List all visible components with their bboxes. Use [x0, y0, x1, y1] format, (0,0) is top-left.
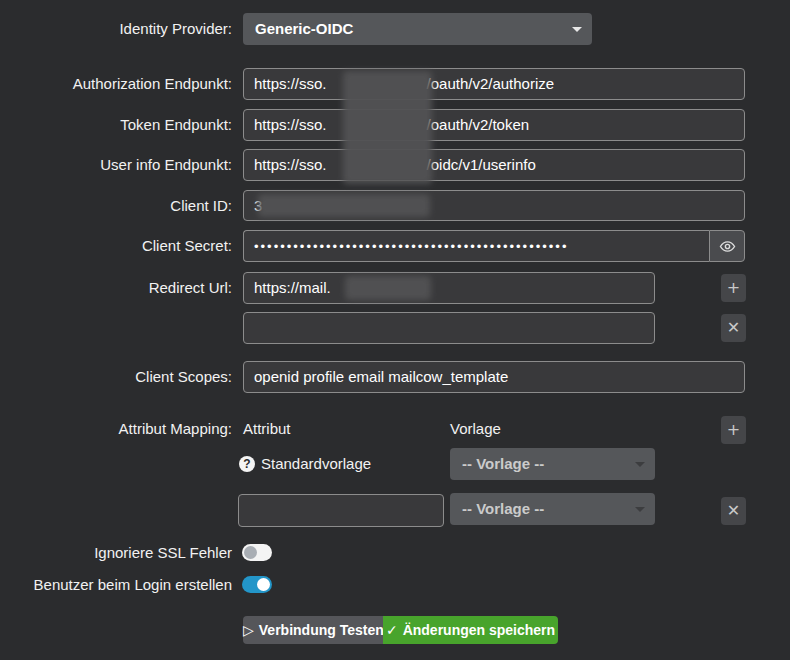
redacted-area — [345, 276, 431, 300]
client-scopes-input[interactable]: openid profile email mailcow_template — [243, 361, 745, 393]
userinfo-endpoint-label: User info Endpunkt: — [0, 149, 232, 181]
toggle-knob — [244, 546, 257, 559]
identity-provider-select[interactable]: Generic-OIDC — [243, 13, 592, 45]
userinfo-endpoint-input[interactable]: https://sso./oidc/v1/userinfo — [243, 149, 745, 181]
authorization-endpoint-input[interactable]: https://sso./oauth/v2/authorize — [243, 68, 745, 100]
attribute-column-header: Attribut — [243, 413, 291, 445]
token-endpoint-input[interactable]: https://sso./oauth/v2/token — [243, 109, 745, 141]
test-connection-label: Verbindung Testen — [259, 622, 384, 638]
url-prefix: https://sso. — [254, 75, 327, 92]
remove-attribute-mapping-button[interactable]: ✕ — [721, 497, 746, 525]
template-column-header: Vorlage — [450, 413, 501, 445]
create-user-on-login-toggle[interactable] — [242, 576, 272, 593]
client-secret-label: Client Secret: — [0, 230, 232, 262]
close-icon: ✕ — [727, 501, 740, 520]
question-glyph: ? — [243, 457, 250, 471]
masked-secret-value: ••••••••••••••••••••••••••••••••••••••••… — [254, 239, 568, 254]
authorization-endpoint-label: Authorization Endpunkt: — [0, 68, 232, 100]
save-changes-button[interactable]: ✓Änderungen speichern — [383, 616, 558, 644]
help-question-icon[interactable]: ? — [239, 456, 255, 472]
oidc-settings-form: Identity Provider: Generic-OIDC Authoriz… — [0, 0, 790, 660]
play-icon: ▷ — [243, 622, 254, 638]
toggle-knob — [257, 578, 270, 591]
plus-icon: + — [727, 420, 740, 439]
url-suffix: /oidc/v1/userinfo — [427, 156, 536, 173]
identity-provider-label: Identity Provider: — [0, 13, 232, 45]
client-scopes-label: Client Scopes: — [0, 361, 232, 393]
close-icon: ✕ — [727, 318, 740, 337]
attribute-mapping-label: Attribut Mapping: — [0, 413, 232, 445]
token-endpoint-label: Token Endpunkt: — [0, 109, 232, 141]
template-select-2-value: -- Vorlage -- — [462, 500, 544, 517]
chevron-down-icon — [635, 462, 645, 467]
template-select-1[interactable]: -- Vorlage -- — [450, 448, 655, 480]
show-secret-button[interactable] — [709, 230, 745, 262]
check-icon: ✓ — [386, 622, 398, 638]
ignore-ssl-toggle[interactable] — [242, 544, 272, 561]
client-secret-input[interactable]: ••••••••••••••••••••••••••••••••••••••••… — [243, 230, 709, 262]
default-template-label: Standardvorlage — [261, 448, 371, 480]
redacted-area — [258, 194, 430, 217]
save-changes-label: Änderungen speichern — [403, 622, 555, 638]
url-prefix: https://sso. — [254, 116, 327, 133]
client-scopes-value: openid profile email mailcow_template — [254, 368, 508, 385]
url-suffix: /oauth/v2/authorize — [427, 75, 555, 92]
ignore-ssl-label: Ignoriere SSL Fehler — [0, 544, 232, 562]
template-select-2[interactable]: -- Vorlage -- — [450, 493, 655, 525]
plus-icon: + — [727, 278, 740, 297]
attribute-input[interactable] — [238, 494, 444, 527]
remove-redirect-url-button[interactable]: ✕ — [721, 314, 746, 342]
add-attribute-mapping-button[interactable]: + — [721, 416, 746, 444]
template-select-1-value: -- Vorlage -- — [462, 455, 544, 472]
create-user-on-login-label: Benutzer beim Login erstellen — [0, 576, 232, 594]
redacted-area — [343, 71, 432, 184]
chevron-down-icon — [572, 27, 582, 32]
redirect-url-value: https://mail. — [254, 279, 331, 296]
add-redirect-url-button[interactable]: + — [721, 274, 746, 302]
redirect-url-input[interactable]: https://mail. — [243, 272, 655, 304]
client-id-label: Client ID: — [0, 190, 232, 222]
chevron-down-icon — [635, 507, 645, 512]
identity-provider-value: Generic-OIDC — [255, 20, 353, 37]
test-connection-button[interactable]: ▷Verbindung Testen — [243, 616, 383, 644]
redirect-url-label: Redirect Url: — [0, 272, 232, 304]
redirect-url-input-2[interactable] — [243, 312, 655, 344]
eye-icon — [719, 238, 736, 255]
url-prefix: https://sso. — [254, 156, 327, 173]
url-suffix: /oauth/v2/token — [427, 116, 530, 133]
